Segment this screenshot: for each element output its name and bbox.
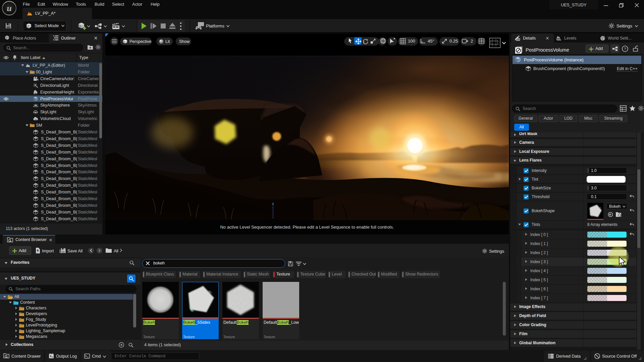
svg-text:?: ? [624,47,626,51]
svg-text:u: u [7,3,11,13]
